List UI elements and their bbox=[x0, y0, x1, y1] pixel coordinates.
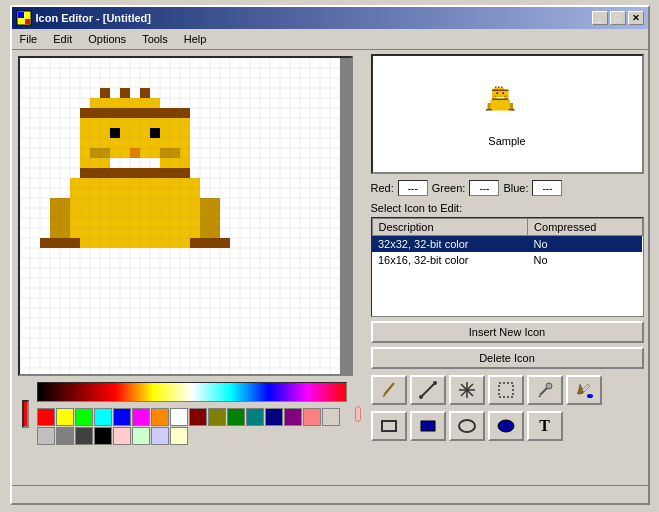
color-swatch[interactable] bbox=[75, 427, 93, 445]
svg-marker-4 bbox=[382, 395, 386, 397]
cell-compressed: No bbox=[528, 252, 642, 268]
delete-icon-button[interactable]: Delete Icon bbox=[371, 347, 644, 369]
color-swatch[interactable] bbox=[94, 408, 112, 426]
color-swatch[interactable] bbox=[246, 408, 264, 426]
eyedropper-tool[interactable] bbox=[527, 375, 563, 405]
color-swatch[interactable] bbox=[227, 408, 245, 426]
color-swatch[interactable] bbox=[265, 408, 283, 426]
fill-tool[interactable] bbox=[566, 375, 602, 405]
color-palette bbox=[37, 408, 347, 445]
svg-rect-1 bbox=[18, 12, 24, 18]
color-swatch[interactable] bbox=[56, 427, 74, 445]
icon-list-table: Description Compressed 32x32, 32-bit col… bbox=[371, 217, 644, 317]
sample-label: Sample bbox=[488, 135, 525, 147]
left-panel bbox=[12, 50, 367, 501]
green-input[interactable] bbox=[469, 180, 499, 196]
col-compressed: Compressed bbox=[528, 219, 642, 236]
window-title: Icon Editor - [Untitled] bbox=[36, 12, 592, 24]
rectangle-tool[interactable] bbox=[371, 411, 407, 441]
color-swatch[interactable] bbox=[37, 408, 55, 426]
svg-point-6 bbox=[419, 395, 423, 399]
menu-tools[interactable]: Tools bbox=[134, 31, 176, 47]
color-swatch[interactable] bbox=[75, 408, 93, 426]
menu-edit[interactable]: Edit bbox=[45, 31, 80, 47]
color-section bbox=[18, 382, 361, 445]
close-button[interactable]: ✕ bbox=[628, 11, 644, 25]
insert-new-icon-button[interactable]: Insert New Icon bbox=[371, 321, 644, 343]
table-row[interactable]: 16x16, 32-bit color No bbox=[372, 252, 642, 268]
color-swatch[interactable] bbox=[56, 408, 74, 426]
color-swatch[interactable] bbox=[151, 427, 169, 445]
svg-rect-2 bbox=[25, 19, 30, 24]
status-bar bbox=[12, 485, 648, 503]
window-icon bbox=[16, 10, 32, 26]
table-row[interactable]: 32x32, 32-bit color No bbox=[372, 236, 642, 253]
color-swatch[interactable] bbox=[170, 427, 188, 445]
filled-rect-tool[interactable] bbox=[410, 411, 446, 441]
green-label: Green: bbox=[432, 182, 466, 194]
title-bar: Icon Editor - [Untitled] _ □ ✕ bbox=[12, 7, 648, 29]
icon-list-section: Select Icon to Edit: Description Compres… bbox=[371, 202, 644, 317]
svg-line-3 bbox=[384, 383, 394, 395]
icon-list-label: Select Icon to Edit: bbox=[371, 202, 644, 214]
tools-row-2: T bbox=[371, 411, 644, 441]
menu-bar: File Edit Options Tools Help bbox=[12, 29, 648, 50]
color-swatch[interactable] bbox=[151, 408, 169, 426]
svg-rect-12 bbox=[499, 383, 513, 397]
eraser-tool[interactable] bbox=[355, 406, 360, 422]
color-swatch[interactable] bbox=[189, 408, 207, 426]
color-swatch[interactable] bbox=[170, 408, 188, 426]
icon-table: Description Compressed 32x32, 32-bit col… bbox=[372, 218, 643, 268]
col-description: Description bbox=[372, 219, 528, 236]
pencil-tool[interactable] bbox=[371, 375, 407, 405]
ellipse-tool[interactable] bbox=[449, 411, 485, 441]
gradient-picker[interactable] bbox=[37, 382, 347, 402]
svg-point-20 bbox=[498, 420, 514, 432]
svg-rect-17 bbox=[382, 421, 396, 431]
color-swatch[interactable] bbox=[37, 427, 55, 445]
menu-file[interactable]: File bbox=[12, 31, 46, 47]
color-swatch[interactable] bbox=[284, 408, 302, 426]
svg-point-16 bbox=[587, 394, 593, 398]
window-controls: _ □ ✕ bbox=[592, 11, 644, 25]
main-content: Sample Red: Green: Blue: Select Icon to … bbox=[12, 50, 648, 501]
color-swatch[interactable] bbox=[113, 408, 131, 426]
filled-ellipse-tool[interactable] bbox=[488, 411, 524, 441]
color-controls: Red: Green: Blue: bbox=[371, 180, 644, 196]
cell-description: 16x16, 32-bit color bbox=[372, 252, 528, 268]
menu-help[interactable]: Help bbox=[176, 31, 215, 47]
red-input[interactable] bbox=[398, 180, 428, 196]
svg-line-5 bbox=[421, 383, 435, 397]
color-swatch[interactable] bbox=[113, 427, 131, 445]
svg-point-7 bbox=[433, 381, 437, 385]
tools-row-1 bbox=[371, 375, 644, 405]
sample-area: Sample bbox=[371, 54, 644, 174]
cell-compressed: No bbox=[528, 236, 642, 253]
svg-point-14 bbox=[546, 383, 552, 389]
sample-icon bbox=[482, 81, 532, 131]
color-swatch[interactable] bbox=[322, 408, 340, 426]
svg-rect-18 bbox=[421, 421, 435, 431]
right-panel: Sample Red: Green: Blue: Select Icon to … bbox=[367, 50, 648, 501]
current-color-display bbox=[22, 400, 30, 428]
color-swatch[interactable] bbox=[208, 408, 226, 426]
blue-label: Blue: bbox=[503, 182, 528, 194]
drawing-canvas[interactable] bbox=[18, 56, 353, 376]
line-tool[interactable] bbox=[410, 375, 446, 405]
svg-point-19 bbox=[459, 420, 475, 432]
red-label: Red: bbox=[371, 182, 394, 194]
color-swatch[interactable] bbox=[132, 427, 150, 445]
color-swatch[interactable] bbox=[132, 408, 150, 426]
text-icon: T bbox=[539, 417, 550, 435]
color-swatch[interactable] bbox=[303, 408, 321, 426]
main-window: Icon Editor - [Untitled] _ □ ✕ File Edit… bbox=[10, 5, 650, 505]
minimize-button[interactable]: _ bbox=[592, 11, 608, 25]
maximize-button[interactable]: □ bbox=[610, 11, 626, 25]
transform-tool[interactable] bbox=[449, 375, 485, 405]
blue-input[interactable] bbox=[532, 180, 562, 196]
select-tool[interactable] bbox=[488, 375, 524, 405]
cell-description: 32x32, 32-bit color bbox=[372, 236, 528, 253]
menu-options[interactable]: Options bbox=[80, 31, 134, 47]
color-swatch[interactable] bbox=[94, 427, 112, 445]
text-tool[interactable]: T bbox=[527, 411, 563, 441]
